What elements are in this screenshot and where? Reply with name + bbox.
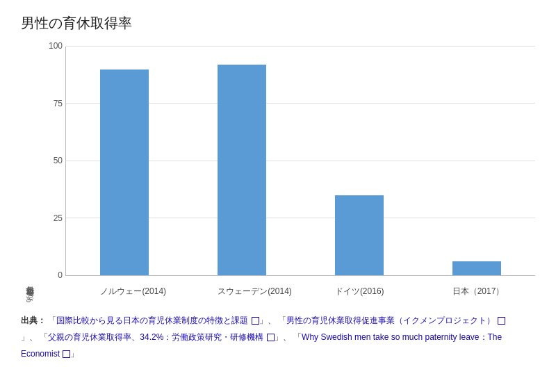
- chart-outer: 育休取得率（%） 100 75 50 25 0 ノルウェー(2014) スウェー…: [24, 47, 535, 302]
- ytick-50: 50: [54, 156, 63, 165]
- bar-germany: [335, 195, 384, 275]
- ytick-75: 75: [54, 99, 63, 108]
- bar-sweden: [218, 65, 266, 275]
- link-icon-4: [63, 350, 70, 358]
- y-ticks: 100 75 50 25 0: [39, 47, 65, 276]
- chart-title: 男性の育休取得率: [21, 14, 535, 33]
- source-link-3[interactable]: 父親の育児休業取得率、34.2%：労働政策研究・研修機構: [48, 332, 263, 342]
- ytick-0: 0: [58, 270, 63, 280]
- xlabel-japan: 日本（2017）: [452, 286, 501, 297]
- xlabel-germany: ドイツ(2016): [335, 286, 384, 297]
- xlabel-sweden: スウェーデン(2014): [218, 286, 266, 297]
- ytick-25: 25: [54, 213, 63, 223]
- link-icon-3: [267, 334, 275, 341]
- source-link-2[interactable]: 男性の育児休業取得促進事業（イクメンプロジェクト）: [286, 316, 495, 325]
- source-link-1[interactable]: 国際比較から見る日本の育児休業制度の特徴と課題: [56, 316, 248, 325]
- link-icon-2: [498, 317, 505, 325]
- ytick-100: 100: [49, 41, 63, 51]
- source-section: 出典： 「国際比較から見る日本の育児休業制度の特徴と課題 」、 「男性の育児休業…: [21, 312, 521, 362]
- plot-area: ノルウェー(2014) スウェーデン(2014) ドイツ(2016) 日本（20…: [65, 47, 535, 276]
- bar-norway: [100, 70, 149, 275]
- bar-japan: [452, 261, 501, 275]
- y-axis-label: 育休取得率（%）: [24, 47, 36, 302]
- grid-100: [66, 46, 535, 47]
- link-icon-1: [252, 317, 259, 325]
- xlabel-norway: ノルウェー(2014): [100, 286, 149, 297]
- source-prefix: 出典：: [21, 316, 46, 325]
